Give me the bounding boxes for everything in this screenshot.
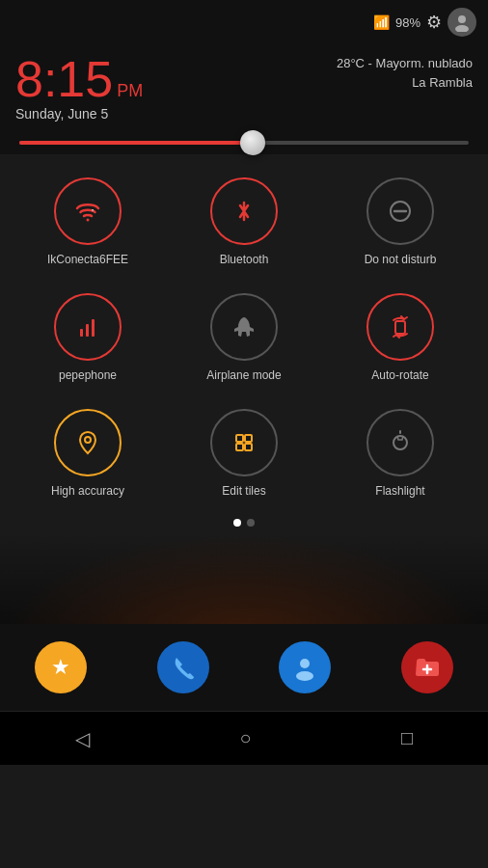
svg-point-15 — [393, 436, 407, 449]
tile-label-location: High accuracy — [51, 484, 124, 498]
svg-point-1 — [455, 25, 469, 32]
page-dot-1[interactable] — [233, 519, 241, 527]
svg-rect-6 — [80, 329, 83, 337]
tile-circle-donotdisturb — [366, 177, 434, 245]
tile-label-bluetooth: Bluetooth — [220, 253, 269, 266]
svg-rect-13 — [236, 444, 243, 450]
svg-rect-14 — [245, 444, 252, 450]
info-row: 8:15PM Sunday, June 5 28°C - Mayorm. nub… — [0, 44, 488, 125]
tile-circle-signal — [54, 293, 122, 361]
signal-icon: 📶 — [373, 14, 390, 30]
tile-location[interactable]: High accuracy — [10, 395, 166, 511]
tile-circle-location — [54, 409, 122, 476]
tile-label-autorotate: Auto-rotate — [371, 368, 428, 382]
app-dock: ★ — [0, 624, 488, 711]
app-icon-contacts — [279, 641, 331, 693]
brightness-thumb[interactable] — [240, 130, 265, 155]
tile-label-airplane: Airplane mode — [206, 368, 281, 382]
tile-signal[interactable]: pepephone — [10, 280, 166, 395]
nav-recent-button[interactable]: □ — [382, 718, 432, 759]
tile-circle-bluetooth — [210, 177, 278, 245]
tile-label-signal: pepephone — [59, 368, 117, 382]
tile-wifi[interactable]: IkConecta6FEE — [10, 164, 166, 280]
svg-rect-9 — [395, 321, 405, 334]
svg-point-18 — [296, 671, 313, 681]
tiles-section: IkConecta6FEE Bluetooth Do not disturb — [0, 154, 488, 532]
app-slot-star[interactable]: ★ — [0, 624, 122, 711]
nav-back-button[interactable]: ◁ — [56, 718, 109, 760]
weather-block: 28°C - Mayorm. nublado La Rambla — [337, 54, 473, 92]
nav-bar: ◁ ○ □ — [0, 711, 488, 765]
tile-label-donotdisturb: Do not disturb — [365, 253, 437, 266]
app-slot-folder[interactable] — [366, 624, 489, 711]
svg-rect-11 — [236, 435, 243, 442]
app-icon-folder — [401, 641, 453, 693]
nav-home-button[interactable]: ○ — [220, 718, 270, 759]
tile-donotdisturb[interactable]: Do not disturb — [322, 164, 478, 280]
svg-point-17 — [300, 659, 310, 668]
weather-line1: 28°C - Mayorm. nublado — [337, 54, 473, 73]
svg-rect-12 — [245, 435, 252, 442]
svg-point-0 — [458, 15, 466, 23]
app-icon-star: ★ — [35, 641, 87, 693]
tile-label-flashlight: Flashlight — [375, 484, 424, 498]
time-ampm: PM — [117, 81, 143, 100]
tile-circle-edittiles — [210, 409, 278, 476]
tile-flashlight[interactable]: Flashlight — [322, 395, 478, 511]
avatar[interactable] — [447, 8, 476, 37]
time-display: 8:15PM — [15, 54, 143, 104]
date-display: Sunday, June 5 — [15, 106, 143, 122]
time-block: 8:15PM Sunday, June 5 — [15, 54, 143, 122]
svg-point-2 — [87, 219, 90, 222]
tile-edittiles[interactable]: Edit tiles — [166, 395, 322, 511]
app-slot-contacts[interactable] — [244, 624, 366, 711]
time-hour: 8:15 — [15, 51, 113, 107]
svg-point-10 — [85, 437, 91, 443]
tile-circle-autorotate — [366, 293, 434, 361]
tile-circle-wifi — [54, 177, 122, 245]
bg-scene — [0, 532, 488, 624]
brightness-track[interactable] — [19, 141, 469, 145]
settings-icon[interactable]: ⚙ — [426, 12, 442, 33]
weather-line2: La Rambla — [337, 73, 473, 93]
svg-rect-8 — [92, 319, 95, 337]
svg-rect-7 — [86, 324, 89, 337]
tile-label-wifi: IkConecta6FEE — [47, 253, 128, 266]
tile-label-edittiles: Edit tiles — [222, 484, 265, 498]
page-dots — [0, 511, 488, 532]
page-dot-2[interactable] — [247, 519, 255, 527]
tile-circle-airplane — [210, 293, 278, 361]
battery-level: 98% — [395, 15, 420, 30]
brightness-fill — [19, 141, 253, 145]
tiles-grid: IkConecta6FEE Bluetooth Do not disturb — [0, 164, 488, 511]
tile-airplane[interactable]: Airplane mode — [166, 280, 322, 395]
tile-bluetooth[interactable]: Bluetooth — [166, 164, 322, 280]
tile-circle-flashlight — [366, 409, 434, 476]
tile-autorotate[interactable]: Auto-rotate — [322, 280, 478, 395]
app-icon-phone — [157, 641, 209, 693]
app-slot-phone[interactable] — [122, 624, 245, 711]
brightness-row — [0, 125, 488, 154]
status-bar: 📶 98% ⚙ — [0, 0, 488, 44]
